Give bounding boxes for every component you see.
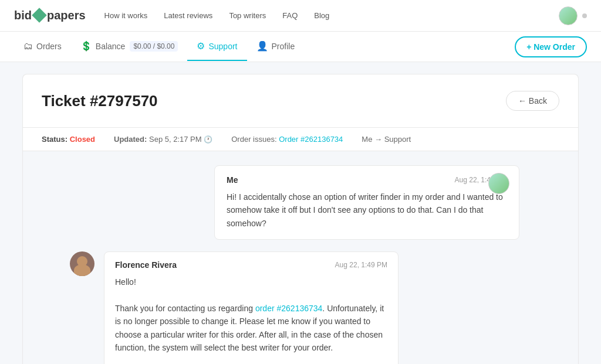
direction-arrow: → xyxy=(374,135,382,144)
updated-value: Sep 5, 2:17 PM xyxy=(149,135,202,144)
profile-label: Profile xyxy=(272,42,295,51)
navbar: bid papers How it works Latest reviews T… xyxy=(0,0,601,32)
avatar-me xyxy=(488,173,509,194)
message-header-me: Me Aug 22, 1:40 PM xyxy=(227,175,507,185)
support-icon: ⚙ xyxy=(197,40,205,52)
support-greeting: Hello! xyxy=(115,275,387,288)
tab-orders[interactable]: 🗂 Orders xyxy=(14,33,71,61)
nav-right xyxy=(559,6,587,25)
nav-blog[interactable]: Blog xyxy=(314,11,329,20)
balance-value: $0.00 / $0.00 xyxy=(130,41,178,52)
order-section: Order issues: Order #262136734 xyxy=(231,135,343,144)
tab-support[interactable]: ⚙ Support xyxy=(187,32,247,61)
message-header-support: Florence Rivera Aug 22, 1:49 PM xyxy=(115,260,387,270)
logo-papers: papers xyxy=(47,9,86,22)
updated-section: Updated: Sep 5, 2:17 PM 🕐 xyxy=(114,135,212,144)
nav-top-writers[interactable]: Top writers xyxy=(229,11,266,20)
message-body-me: Hi! I accidentally chose an option of wr… xyxy=(227,190,507,230)
direction-from: Me xyxy=(362,135,372,144)
status-section: Status: Closed xyxy=(42,135,95,144)
tab-balance[interactable]: 💲 Balance $0.00 / $0.00 xyxy=(71,32,188,61)
tab-profile[interactable]: 👤 Profile xyxy=(247,32,305,61)
message-support-wrapper: Florence Rivera Aug 22, 1:49 PM Hello! T… xyxy=(70,251,399,364)
support-paragraph1: Thank you for contacting us regarding or… xyxy=(115,302,387,355)
sub-nav: 🗂 Orders 💲 Balance $0.00 / $0.00 ⚙ Suppo… xyxy=(14,32,515,61)
orders-icon: 🗂 xyxy=(23,41,33,52)
logo-diamond-icon xyxy=(32,8,46,22)
nav-latest-reviews[interactable]: Latest reviews xyxy=(164,11,212,20)
logo-bid: bid xyxy=(14,9,32,22)
order-issues-label: Order issues: xyxy=(231,135,276,144)
nav-links: How it works Latest reviews Top writers … xyxy=(104,11,559,20)
orders-label: Orders xyxy=(36,42,62,51)
message-me: Me Aug 22, 1:40 PM Hi! I accidentally ch… xyxy=(214,165,519,240)
message-support: Florence Rivera Aug 22, 1:49 PM Hello! T… xyxy=(104,251,399,364)
support-label: Support xyxy=(208,42,237,51)
nav-dot xyxy=(582,13,587,18)
message-body-support: Hello! Thank you for contacting us regar… xyxy=(115,275,387,364)
updated-label: Updated: xyxy=(114,135,147,144)
balance-label: Balance xyxy=(96,42,126,51)
back-button[interactable]: ← Back xyxy=(506,91,559,111)
balance-icon: 💲 xyxy=(80,40,92,52)
message-content-support: Florence Rivera Aug 22, 1:49 PM Hello! T… xyxy=(104,251,399,364)
message-sender-support: Florence Rivera xyxy=(115,260,177,270)
ticket-title: Ticket #2797570 xyxy=(42,92,158,110)
status-value: Closed xyxy=(70,135,95,144)
direction-to: Support xyxy=(384,135,411,144)
status-label: Status: xyxy=(42,135,67,144)
support-p1-before: Thank you for contacting us regarding xyxy=(115,304,255,313)
subheader: 🗂 Orders 💲 Balance $0.00 / $0.00 ⚙ Suppo… xyxy=(0,32,601,62)
clock-icon: 🕐 xyxy=(204,135,212,144)
nav-faq[interactable]: FAQ xyxy=(282,11,298,20)
direction-section: Me → Support xyxy=(362,135,411,144)
message-sender-me: Me xyxy=(227,175,238,185)
profile-icon: 👤 xyxy=(256,40,268,52)
message-time-support: Aug 22, 1:49 PM xyxy=(335,261,387,269)
ticket-header: Ticket #2797570 ← Back xyxy=(22,74,579,127)
avatar[interactable] xyxy=(559,6,578,25)
support-order-link[interactable]: order #262136734 xyxy=(255,304,322,313)
order-number-link[interactable]: Order #262136734 xyxy=(279,135,343,144)
status-bar: Status: Closed Updated: Sep 5, 2:17 PM 🕐… xyxy=(22,127,579,151)
avatar-support xyxy=(70,251,94,276)
main-content: Ticket #2797570 ← Back Status: Closed Up… xyxy=(13,74,588,364)
messages-area: Me Aug 22, 1:40 PM Hi! I accidentally ch… xyxy=(22,151,579,364)
nav-how-it-works[interactable]: How it works xyxy=(104,11,148,20)
new-order-button[interactable]: + New Order xyxy=(515,36,587,57)
logo[interactable]: bid papers xyxy=(14,9,86,22)
